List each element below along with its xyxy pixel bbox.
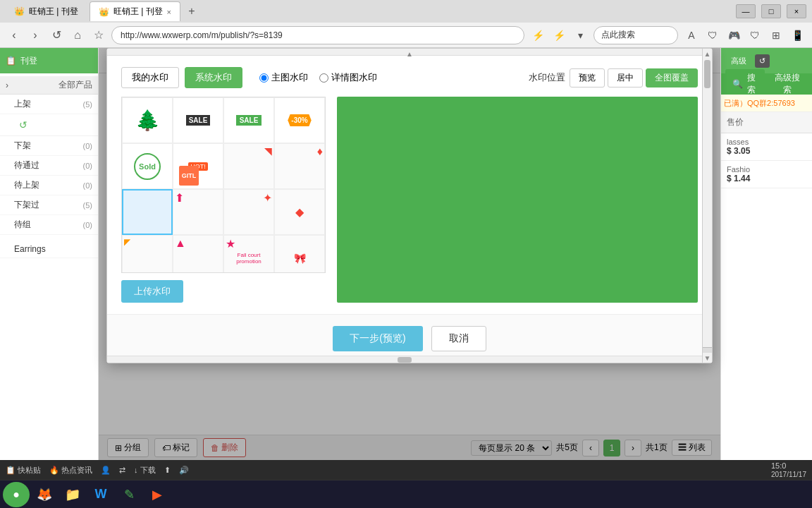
- wm-cell-4[interactable]: -30%: [274, 97, 325, 143]
- wm-cell-16[interactable]: 🎀: [274, 235, 325, 273]
- lightning-icon[interactable]: ⚡: [550, 26, 568, 44]
- sidebar-nav: › 全部产品 上架 (5) ↺ 下架 (0) 待通过 (0): [0, 73, 98, 261]
- sold-badge: Sold: [134, 153, 161, 180]
- tab-close-icon[interactable]: ×: [167, 8, 171, 16]
- address-bar[interactable]: http://www.wxwerp.com/m/publish/?s=8139: [111, 26, 524, 44]
- upload-icon: ⬆: [164, 466, 171, 475]
- status-item-upload[interactable]: ⬆: [164, 466, 171, 475]
- status-item-hotinfo[interactable]: 🔥 热点资讯: [49, 465, 92, 476]
- tab-active[interactable]: 👑 旺销王 | 刊登 ×: [90, 1, 180, 21]
- cancel-button[interactable]: 取消: [431, 326, 486, 351]
- extensions-icon[interactable]: ⊞: [767, 26, 785, 44]
- wm-cell-9-selected[interactable]: [122, 189, 173, 235]
- scroll-up-arrow[interactable]: ▲: [107, 49, 712, 59]
- sidebar-item-onsale[interactable]: 上架 (5): [0, 95, 98, 114]
- tab-inactive[interactable]: 👑 旺销王 | 刊登: [6, 1, 87, 21]
- forward-button[interactable]: ›: [27, 27, 44, 44]
- full-cover-btn[interactable]: 全图覆盖: [646, 68, 698, 87]
- home-button[interactable]: ⌂: [69, 27, 86, 44]
- refresh-button[interactable]: ↺: [48, 27, 65, 44]
- taskbar-word-button[interactable]: W: [87, 482, 114, 507]
- wm-cell-7[interactable]: ◥: [223, 143, 274, 189]
- taskbar-browser-button[interactable]: 🦊: [31, 482, 58, 507]
- scroll-bottom-arrow[interactable]: ▼: [703, 353, 712, 363]
- pink-star: ★: [226, 237, 235, 250]
- wm-cell-14[interactable]: ▲: [173, 235, 223, 273]
- taskbar: ● 🦊 📁 W ✎ ▶: [0, 480, 812, 508]
- sidebar-item-pastoffline[interactable]: 下架过 (5): [0, 195, 98, 215]
- wm-cell-11[interactable]: ✦: [223, 189, 274, 235]
- wm-cell-5[interactable]: Sold: [122, 143, 173, 189]
- red-badge-1: ♦: [317, 145, 323, 158]
- sale-black-tag: SALE: [186, 115, 211, 126]
- sidebar-item-earrings[interactable]: Earrings: [0, 241, 98, 258]
- product1-price: $ 3.05: [727, 146, 806, 156]
- watermark-content: 🌲 SALE SALE: [121, 97, 698, 303]
- wm-cell-13[interactable]: ◤: [122, 235, 173, 273]
- mobile-icon[interactable]: 📱: [788, 26, 806, 44]
- wm-cell-1[interactable]: 🌲: [122, 97, 173, 143]
- sidebar-item-group[interactable]: 待组 (0): [0, 215, 98, 235]
- taskbar-folder-button[interactable]: 📁: [59, 482, 86, 507]
- translate-icon[interactable]: A: [682, 26, 701, 44]
- left-sidebar: 📋 刊登 › 全部产品 上架 (5) ↺ 下架 (0): [0, 48, 99, 460]
- close-button[interactable]: ×: [787, 4, 806, 18]
- preview-position-btn[interactable]: 预览: [570, 68, 605, 87]
- taskbar-start-button[interactable]: ●: [3, 482, 30, 507]
- wm-cell-12[interactable]: ◆: [274, 189, 325, 235]
- product2-price: $ 1.44: [727, 174, 806, 183]
- browser-tool-icons: A 🛡 🎮 🛡 ⊞ 📱: [682, 26, 806, 44]
- bookmark-button[interactable]: ☆: [90, 27, 107, 44]
- center-position-btn[interactable]: 居中: [608, 68, 643, 87]
- quickpaste-label: 快粘贴: [18, 465, 41, 476]
- game-icon[interactable]: 🎮: [725, 26, 743, 44]
- sidebar-item-waiting[interactable]: 待上架 (0): [0, 176, 98, 195]
- status-item-speaker[interactable]: 🔊: [179, 466, 189, 475]
- upload-watermark-button[interactable]: 上传水印: [121, 280, 183, 303]
- status-item-download[interactable]: ↓ 下载: [134, 465, 156, 476]
- status-item-quickpaste[interactable]: 📋 快粘贴: [6, 465, 41, 476]
- taskbar-pen-button[interactable]: ✎: [116, 482, 142, 507]
- security-icon[interactable]: 🛡: [703, 26, 722, 44]
- sync-icon[interactable]: ↺: [14, 116, 32, 134]
- main-image-radio[interactable]: 主图水印: [259, 71, 308, 84]
- rss-icon[interactable]: ⚡: [529, 26, 547, 44]
- advanced-button[interactable]: 高级: [725, 54, 752, 68]
- maximize-button[interactable]: □: [761, 4, 781, 18]
- position-buttons: 预览 居中 全图覆盖: [570, 68, 698, 87]
- wm-cell-3[interactable]: SALE: [223, 97, 274, 143]
- system-watermark-tab[interactable]: 系统水印: [185, 67, 242, 88]
- my-watermark-tab[interactable]: 我的水印: [121, 67, 179, 88]
- position-label: 水印位置: [529, 71, 565, 84]
- wm-cell-10[interactable]: ⬆: [173, 189, 223, 235]
- wm-cell-15[interactable]: ★ Fall court promotion: [223, 235, 274, 273]
- sidebar-item-offsale[interactable]: 下架 (0): [0, 136, 98, 156]
- right-refresh-icon[interactable]: ↺: [755, 54, 770, 68]
- selling-price-header: 售价: [721, 112, 812, 133]
- sidebar-nav-arrow[interactable]: › 全部产品: [0, 76, 98, 95]
- shield-icon[interactable]: 🛡: [746, 26, 764, 44]
- new-tab-button[interactable]: +: [183, 3, 200, 20]
- taskbar-play-button[interactable]: ▶: [144, 482, 171, 507]
- yellow-corner: ◤: [124, 237, 130, 247]
- wm-cell-8[interactable]: ♦: [274, 143, 325, 189]
- sidebar-icon: 📋: [6, 56, 16, 66]
- scrollbar-thumb[interactable]: [704, 60, 710, 88]
- detail-image-radio[interactable]: 详情图水印: [319, 71, 377, 84]
- folder-icon: 📁: [65, 487, 80, 502]
- minimize-button[interactable]: —: [736, 4, 756, 18]
- status-item-person[interactable]: 👤: [101, 466, 111, 475]
- status-item-sync[interactable]: ⇄: [119, 466, 125, 475]
- dropdown-icon[interactable]: ▾: [571, 26, 589, 44]
- sidebar-item-pending[interactable]: 待通过 (0): [0, 156, 98, 176]
- all-products-label: 全部产品: [59, 79, 92, 91]
- modal-scrollbar[interactable]: ▲ ▼: [702, 49, 712, 363]
- scroll-top-arrow[interactable]: ▲: [703, 49, 712, 59]
- wm-cell-2[interactable]: SALE: [173, 97, 223, 143]
- search-box[interactable]: 点此搜索: [593, 26, 678, 44]
- back-button[interactable]: ‹: [6, 27, 23, 44]
- next-step-button[interactable]: 下一步(预览): [333, 326, 422, 351]
- watermark-modal: ▲ 我的水印 系统水印: [106, 48, 713, 363]
- horizontal-scrollbar-thumb[interactable]: [398, 357, 412, 363]
- wm-cell-6[interactable]: HOT! GITL: [173, 143, 223, 189]
